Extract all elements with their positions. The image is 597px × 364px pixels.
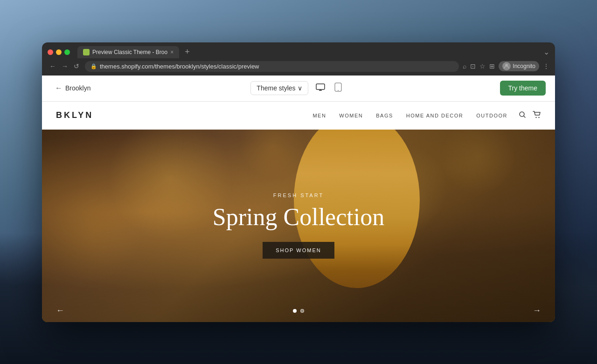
svg-point-3 [338,90,339,91]
store-nav-icons [519,111,541,120]
maximize-button[interactable] [64,49,70,55]
reload-button[interactable]: ↺ [72,62,81,71]
close-button[interactable] [48,49,53,55]
forward-nav-button[interactable]: → [60,62,70,71]
nav-link-women[interactable]: WOMEN [339,113,363,118]
cast-icon[interactable]: ⊡ [470,62,476,70]
nav-link-outdoor[interactable]: OUTDOOR [476,113,507,118]
back-arrow-icon: ← [55,84,62,92]
address-bar: ← → ↺ 🔒 themes.shopify.com/themes/brookl… [42,58,555,76]
incognito-badge[interactable]: Incognito [499,61,539,71]
hero-content: FRESH START Spring Collection SHOP WOMEN [213,192,384,258]
windows-icon[interactable]: ⊞ [489,62,495,70]
preview-toolbar: ← Brooklyn Theme styles ∨ [42,76,555,102]
theme-styles-button[interactable]: Theme styles ∨ [250,81,308,95]
hero-title: Spring Collection [213,204,384,230]
back-to-brooklyn-button[interactable]: ← Brooklyn [51,82,94,94]
hero-cta-button[interactable]: SHOP WOMEN [263,242,334,259]
try-theme-button[interactable]: Try theme [500,81,546,96]
toolbar-center: Theme styles ∨ [250,81,343,96]
store-preview: BKLYN MEN WOMEN BAGS HOME AND DECOR OUTD… [42,102,555,322]
active-tab[interactable]: Preview Classic Theme - Broo × [77,46,179,58]
menu-icon[interactable]: ⋮ [543,62,549,70]
tab-title: Preview Classic Theme - Broo [92,49,167,55]
hero-section: FRESH START Spring Collection SHOP WOMEN [42,102,555,322]
url-text: themes.shopify.com/themes/brooklyn/style… [100,63,259,70]
url-bar[interactable]: 🔒 themes.shopify.com/themes/brooklyn/sty… [85,61,459,72]
nav-link-men[interactable]: MEN [312,113,326,118]
tab-overflow-icon[interactable]: ⌄ [543,48,549,56]
incognito-label: Incognito [513,63,535,69]
incognito-avatar [502,62,511,70]
nav-buttons: ← → ↺ [48,62,81,71]
browser-window: Preview Classic Theme - Broo × + ⌄ ← → ↺… [42,42,555,322]
back-nav-button[interactable]: ← [48,62,58,71]
new-tab-button[interactable]: + [183,47,192,57]
theme-styles-label: Theme styles [257,84,295,92]
store-cart-icon[interactable] [533,111,541,120]
tab-close-icon[interactable]: × [170,49,174,55]
svg-point-6 [538,117,539,117]
browser-chrome: Preview Classic Theme - Broo × + ⌄ ← → ↺… [42,42,555,76]
slider-dot-2[interactable] [300,309,304,313]
hero-subtitle: FRESH START [213,192,384,198]
store-logo: BKLYN [56,110,93,120]
window-controls [48,49,70,55]
slider-dot-1[interactable] [293,309,297,313]
store-nav: BKLYN MEN WOMEN BAGS HOME AND DECOR OUTD… [42,102,555,130]
store-nav-links: MEN WOMEN BAGS HOME AND DECOR OUTDOOR [312,113,507,118]
store-name-label: Brooklyn [65,84,90,92]
browser-actions: ⌕ ⊡ ☆ ⊞ Incognito ⋮ [463,61,549,71]
store-search-icon[interactable] [519,111,526,120]
slider-next-arrow[interactable]: → [533,306,541,316]
search-action-icon[interactable]: ⌕ [463,62,466,70]
mobile-view-icon[interactable] [333,81,344,96]
minimize-button[interactable] [56,49,62,55]
bookmark-star-icon[interactable]: ☆ [479,62,486,70]
tab-bar: Preview Classic Theme - Broo × + ⌄ [42,42,555,58]
lock-icon: 🔒 [90,63,97,69]
desktop-view-icon[interactable] [314,81,327,96]
slider-prev-arrow[interactable]: ← [56,306,64,316]
theme-styles-chevron-icon: ∨ [298,84,302,92]
slider-controls: ← → [42,309,555,313]
svg-point-5 [535,117,536,117]
tab-favicon [83,49,90,55]
nav-link-home[interactable]: HOME AND DECOR [406,113,463,118]
slider-dots [293,309,304,313]
svg-rect-1 [316,84,325,89]
nav-link-bags[interactable]: BAGS [376,113,393,118]
